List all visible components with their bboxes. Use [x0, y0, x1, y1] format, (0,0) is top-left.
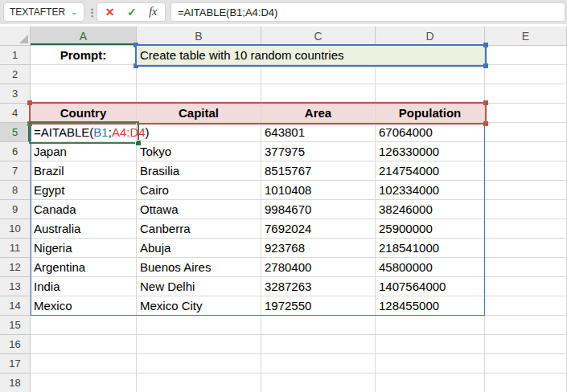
cell-capital[interactable]: Ottawa — [137, 200, 261, 219]
cell-population[interactable]: 25900000 — [376, 219, 485, 239]
cell-area[interactable]: 1972550 — [261, 296, 376, 316]
cell-population[interactable]: 45800000 — [376, 258, 485, 277]
cell-capital[interactable]: Mexico City — [137, 296, 261, 316]
cell[interactable] — [31, 316, 137, 335]
cell[interactable] — [261, 84, 376, 104]
row-header-14[interactable]: 14 — [0, 296, 31, 316]
cell[interactable] — [485, 200, 567, 219]
cell-C4[interactable]: Area — [261, 104, 376, 123]
select-all-button[interactable] — [0, 27, 31, 46]
cell[interactable] — [31, 374, 137, 392]
row-header-18[interactable]: 18 — [0, 374, 31, 392]
row-header-3[interactable]: 3 — [0, 84, 31, 104]
cell-capital[interactable]: Brasilia — [137, 161, 261, 181]
cell-population[interactable]: 128455000 — [376, 296, 485, 316]
chevron-down-icon[interactable]: ⌄ — [71, 8, 78, 16]
cell-E5[interactable] — [485, 123, 567, 142]
cell[interactable] — [261, 65, 376, 84]
cell-population[interactable]: 214754000 — [376, 161, 485, 181]
cell-B1[interactable]: Create table with 10 random countries — [137, 46, 261, 65]
row-header-13[interactable]: 13 — [0, 277, 31, 296]
cell-area[interactable]: 377975 — [261, 142, 376, 161]
column-header-a[interactable]: A — [31, 27, 137, 46]
cell[interactable] — [137, 335, 261, 354]
row-header-7[interactable]: 7 — [0, 161, 31, 181]
cell[interactable] — [485, 258, 567, 277]
cell[interactable] — [31, 354, 137, 374]
cell[interactable] — [485, 181, 567, 200]
cell-D4[interactable]: Population — [376, 104, 485, 123]
cell[interactable] — [376, 374, 485, 392]
cell-country[interactable]: Australia — [31, 219, 137, 239]
cell[interactable] — [485, 219, 567, 239]
cell[interactable] — [137, 316, 261, 335]
cell-B5[interactable] — [137, 123, 261, 142]
column-header-b[interactable]: B — [137, 27, 261, 46]
cell[interactable] — [485, 296, 567, 316]
cell[interactable] — [485, 65, 567, 84]
cell[interactable] — [261, 374, 376, 392]
row-header-6[interactable]: 6 — [0, 142, 31, 161]
name-box[interactable]: TEXTAFTER ⌄ — [3, 2, 84, 22]
cell[interactable] — [376, 65, 485, 84]
cell[interactable] — [376, 354, 485, 374]
cell-capital[interactable]: Tokyo — [137, 142, 261, 161]
row-header-2[interactable]: 2 — [0, 65, 31, 84]
row-header-8[interactable]: 8 — [0, 181, 31, 200]
cell-population[interactable]: 1407564000 — [376, 277, 485, 296]
cell-country[interactable]: Canada — [31, 200, 137, 219]
cell[interactable] — [376, 316, 485, 335]
column-header-c[interactable]: C — [261, 27, 376, 46]
row-header-10[interactable]: 10 — [0, 219, 31, 239]
cell-area[interactable]: 8515767 — [261, 161, 376, 181]
cell-capital[interactable]: Canberra — [137, 219, 261, 239]
cell-area[interactable]: 3287263 — [261, 277, 376, 296]
cell[interactable] — [485, 277, 567, 296]
row-header-15[interactable]: 15 — [0, 316, 31, 335]
cell[interactable] — [261, 354, 376, 374]
cell-country[interactable]: Argentina — [31, 258, 137, 277]
row-header-5[interactable]: 5 — [0, 123, 31, 142]
cell-area[interactable]: 923768 — [261, 239, 376, 258]
cell-E1[interactable] — [485, 46, 567, 65]
cell-population[interactable]: 218541000 — [376, 239, 485, 258]
cell-area[interactable]: 2780400 — [261, 258, 376, 277]
cell-population[interactable]: 38246000 — [376, 200, 485, 219]
cell[interactable] — [137, 84, 261, 104]
cell[interactable] — [485, 335, 567, 354]
cell-capital[interactable]: New Delhi — [137, 277, 261, 296]
cell-area[interactable]: 9984670 — [261, 200, 376, 219]
cell-A5-formula[interactable]: =AITABLE(B1;A4:D4) — [31, 123, 137, 142]
column-header-e[interactable]: E — [485, 27, 567, 46]
cell-A4[interactable]: Country — [31, 104, 137, 123]
cell[interactable] — [485, 354, 567, 374]
cell-country[interactable]: Japan — [31, 142, 137, 161]
cell-A1[interactable]: Prompt: — [31, 46, 137, 65]
cell[interactable] — [261, 316, 376, 335]
cell[interactable] — [137, 374, 261, 392]
cell-B4[interactable]: Capital — [137, 104, 261, 123]
cell[interactable] — [485, 316, 567, 335]
cell-D5[interactable]: 67064000 — [376, 123, 485, 142]
cell[interactable] — [31, 84, 137, 104]
row-header-4[interactable]: 4 — [0, 104, 31, 123]
row-header-9[interactable]: 9 — [0, 200, 31, 219]
cell[interactable] — [31, 335, 137, 354]
cell[interactable] — [485, 161, 567, 181]
cancel-icon[interactable]: ✕ — [105, 6, 115, 18]
cell-population[interactable]: 126330000 — [376, 142, 485, 161]
row-header-1[interactable]: 1 — [0, 46, 31, 65]
cell-D1[interactable] — [376, 46, 485, 65]
cell-country[interactable]: Brazil — [31, 161, 137, 181]
row-header-11[interactable]: 11 — [0, 239, 31, 258]
cell-E4[interactable] — [485, 104, 567, 123]
column-header-d[interactable]: D — [376, 27, 485, 46]
cell-country[interactable]: India — [31, 277, 137, 296]
enter-icon[interactable]: ✓ — [127, 6, 137, 18]
cell[interactable] — [137, 354, 261, 374]
cell[interactable] — [31, 65, 137, 84]
formula-bar-input[interactable]: =AITABLE(B1;A4:D4) — [171, 2, 565, 22]
cell-capital[interactable]: Buenos Aires — [137, 258, 261, 277]
cell-country[interactable]: Nigeria — [31, 239, 137, 258]
cell-area[interactable]: 7692024 — [261, 219, 376, 239]
